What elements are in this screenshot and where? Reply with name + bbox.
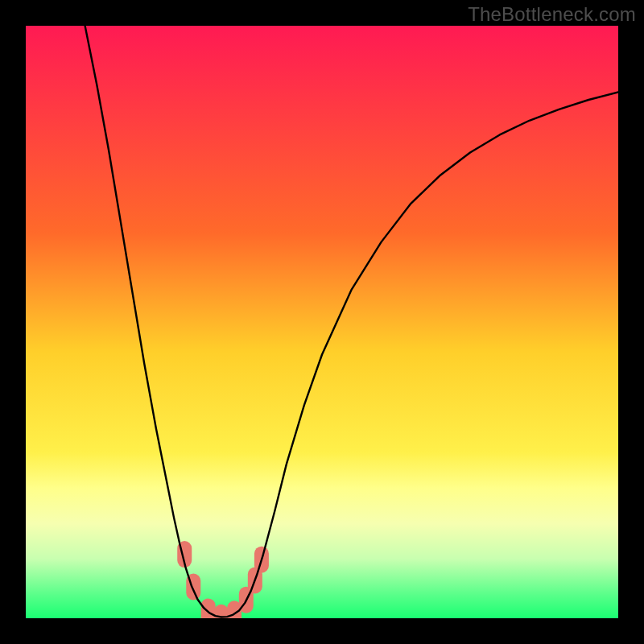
- outer-frame: TheBottleneck.com: [0, 0, 644, 644]
- watermark-text: TheBottleneck.com: [468, 3, 636, 26]
- plot-area: [26, 26, 618, 618]
- chart-svg: [26, 26, 618, 618]
- gradient-background: [26, 26, 618, 618]
